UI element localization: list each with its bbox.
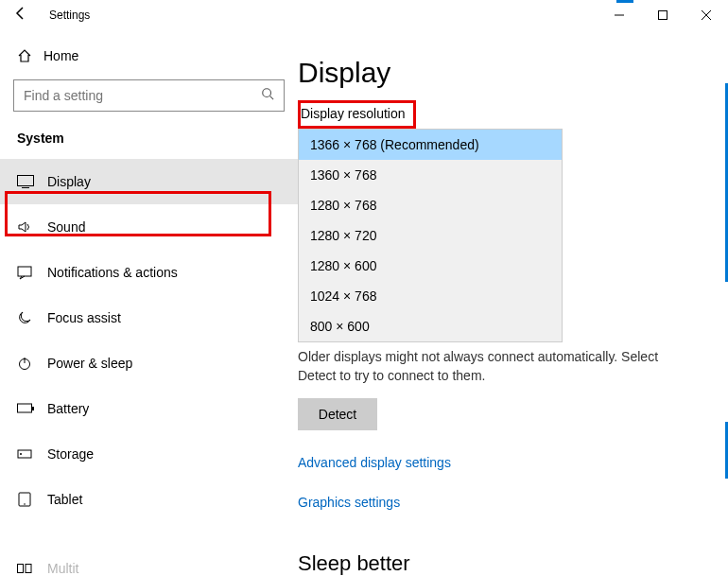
older-displays-text: Older displays might not always connect … — [298, 348, 667, 385]
sidebar-item-focus-assist[interactable]: Focus assist — [0, 295, 298, 340]
home-icon — [17, 48, 43, 63]
back-button[interactable] — [13, 6, 32, 25]
sidebar-item-label: Sound — [47, 219, 85, 235]
svg-rect-8 — [18, 267, 31, 276]
resolution-option[interactable]: 1024 × 768 — [299, 281, 562, 311]
svg-rect-17 — [18, 565, 24, 573]
sidebar-item-storage[interactable]: Storage — [0, 431, 298, 477]
detect-button[interactable]: Detect — [298, 398, 377, 430]
svg-rect-12 — [32, 407, 34, 410]
sidebar-item-display[interactable]: Display — [0, 159, 298, 204]
sidebar-item-multitasking[interactable]: Multit — [17, 561, 78, 576]
sidebar-item-label: Display — [47, 174, 91, 189]
home-label: Home — [43, 48, 78, 63]
storage-icon — [17, 446, 47, 462]
resolution-label: Display resolution — [301, 106, 406, 121]
sidebar-item-label: Storage — [47, 446, 94, 462]
sidebar-item-battery[interactable]: Battery — [0, 386, 298, 431]
minimize-button[interactable] — [598, 0, 641, 30]
sidebar: Home System Display Sound Notifications … — [0, 30, 298, 576]
maximize-button[interactable] — [641, 0, 685, 30]
svg-point-16 — [24, 503, 26, 505]
svg-rect-18 — [26, 565, 31, 573]
accent-strip — [616, 0, 633, 3]
notifications-icon — [17, 265, 47, 280]
svg-point-14 — [20, 453, 22, 455]
resolution-dropdown[interactable]: 1366 × 768 (Recommended) 1360 × 768 1280… — [298, 129, 563, 342]
sidebar-item-label: Tablet — [47, 492, 82, 507]
sleep-better-title: Sleep better — [298, 551, 711, 576]
resolution-option[interactable]: 1280 × 768 — [299, 190, 562, 220]
advanced-display-link[interactable]: Advanced display settings — [298, 455, 711, 470]
home-nav[interactable]: Home — [0, 38, 298, 74]
resolution-option[interactable]: 1280 × 600 — [299, 251, 562, 281]
sidebar-item-label: Focus assist — [47, 310, 121, 325]
search-icon — [261, 87, 274, 104]
sidebar-item-sound[interactable]: Sound — [0, 204, 298, 250]
focus-assist-icon — [17, 310, 47, 325]
svg-rect-11 — [18, 404, 32, 412]
battery-icon — [17, 403, 47, 414]
page-title: Display — [298, 57, 711, 89]
sidebar-item-notifications[interactable]: Notifications & actions — [0, 250, 298, 295]
sidebar-item-power-sleep[interactable]: Power & sleep — [0, 340, 298, 386]
graphics-settings-link[interactable]: Graphics settings — [298, 495, 711, 510]
search-box[interactable] — [13, 79, 285, 112]
sidebar-item-label: Battery — [47, 401, 89, 416]
titlebar: Settings — [0, 0, 728, 30]
resolution-option[interactable]: 1366 × 768 (Recommended) — [299, 130, 562, 160]
tablet-icon — [17, 492, 47, 507]
resolution-option[interactable]: 800 × 600 — [299, 311, 562, 341]
window-title: Settings — [49, 9, 90, 22]
main-content: Display Display resolution 1366 × 768 (R… — [298, 30, 728, 576]
resolution-option[interactable]: 1360 × 768 — [299, 160, 562, 190]
search-input[interactable] — [24, 88, 261, 103]
resolution-label-highlight: Display resolution — [298, 100, 416, 129]
power-icon — [17, 356, 47, 371]
sidebar-item-tablet[interactable]: Tablet — [0, 477, 298, 522]
svg-point-4 — [263, 89, 271, 97]
close-button[interactable] — [685, 0, 728, 30]
section-title: System — [0, 125, 298, 159]
resolution-option[interactable]: 1280 × 720 — [299, 220, 562, 251]
multitasking-icon — [17, 564, 47, 573]
display-icon — [17, 175, 47, 188]
sidebar-item-label: Notifications & actions — [47, 265, 178, 280]
svg-rect-1 — [659, 11, 667, 20]
sidebar-item-label: Power & sleep — [47, 356, 132, 371]
svg-rect-6 — [18, 176, 34, 186]
sound-icon — [17, 219, 47, 235]
svg-line-5 — [270, 96, 274, 100]
sidebar-item-label: Multit — [47, 561, 78, 576]
